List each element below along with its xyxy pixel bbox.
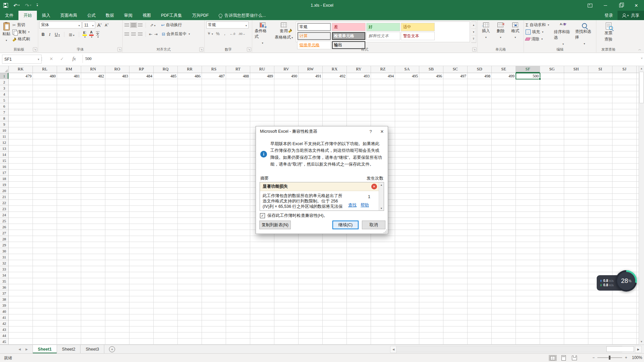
clear-button[interactable]: 清除: [525, 36, 552, 43]
cell-RU1[interactable]: 489: [250, 73, 274, 79]
row-header-15[interactable]: 15: [0, 158, 8, 164]
sign-in-button[interactable]: 登录: [600, 11, 618, 20]
autosum-button[interactable]: Σ自动求和: [525, 21, 552, 28]
decrease-indent-icon[interactable]: ⇤: [149, 32, 152, 37]
phonetic-button[interactable]: wén文: [96, 31, 100, 39]
ribbon-tab-7[interactable]: PDF工具集: [156, 11, 187, 20]
cancel-button[interactable]: 取消: [362, 221, 385, 229]
column-header-RT[interactable]: RT: [226, 66, 250, 73]
zoom-slider-thumb[interactable]: [609, 356, 610, 360]
horizontal-scroll-thumb[interactable]: [606, 346, 634, 352]
row-header-8[interactable]: 8: [0, 115, 8, 121]
cell-SH1[interactable]: [564, 73, 588, 79]
cell-SC1[interactable]: 497: [443, 73, 468, 79]
row-header-42[interactable]: 42: [0, 320, 8, 326]
row-header-16[interactable]: 16: [0, 164, 8, 170]
paste-dropdown[interactable]: [6, 38, 7, 42]
cell-style-5[interactable]: 检查单元格: [332, 32, 366, 40]
ribbon-tab-3[interactable]: 公式: [82, 11, 101, 20]
paste-button[interactable]: 粘贴: [1, 21, 12, 43]
minimize-button[interactable]: [598, 0, 613, 11]
copy-to-new-sheet-button[interactable]: 复制到新表(N): [259, 221, 291, 229]
column-header-SI[interactable]: SI: [588, 66, 612, 73]
vertical-scroll-thumb[interactable]: [639, 72, 644, 103]
accounting-format-button[interactable]: ￥: [207, 31, 213, 37]
formula-input[interactable]: 500: [85, 55, 637, 63]
cell-style-7[interactable]: 警告文本: [401, 32, 435, 40]
sort-filter-dropdown[interactable]: [562, 41, 564, 46]
sort-filter-button[interactable]: A↓Z 排序和筛选: [552, 21, 574, 47]
cell-RW1[interactable]: 491: [299, 73, 323, 79]
row-header-26[interactable]: 26: [0, 224, 8, 230]
column-header-SE[interactable]: SE: [492, 66, 516, 73]
formula-enter-button[interactable]: ✓: [58, 55, 66, 63]
formula-cancel-button[interactable]: ✕: [47, 55, 56, 63]
underline-button[interactable]: U: [54, 32, 61, 37]
row-header-9[interactable]: 9: [0, 121, 8, 127]
name-box-resize-handle[interactable]: ⋮: [40, 55, 42, 63]
row-header-45[interactable]: 45: [0, 339, 8, 345]
sheet-tab-Sheet1[interactable]: Sheet1: [33, 345, 57, 353]
ribbon-tab-5[interactable]: 审阅: [119, 11, 138, 20]
row-header-41[interactable]: 41: [0, 314, 8, 320]
row-header-37[interactable]: 37: [0, 290, 8, 296]
zoom-slider[interactable]: [597, 357, 622, 358]
row-header-33[interactable]: 33: [0, 266, 8, 272]
cell-style-3[interactable]: 适中: [401, 23, 435, 31]
row-header-28[interactable]: 28: [0, 236, 8, 242]
column-header-RW[interactable]: RW: [299, 66, 323, 73]
cell-SE1[interactable]: 499: [492, 73, 516, 79]
selected-cell[interactable]: 500: [516, 73, 540, 79]
tell-me-box[interactable]: 告诉我您想要做什么...: [219, 11, 266, 20]
ribbon-display-options-button[interactable]: [582, 0, 598, 11]
comma-style-button[interactable]: ，: [223, 31, 227, 37]
hscroll-right-arrow[interactable]: ▶: [635, 346, 642, 353]
cell-RO1[interactable]: 483: [105, 73, 129, 79]
row-header-35[interactable]: 35: [0, 278, 8, 284]
copy-button[interactable]: 复制: [12, 28, 31, 36]
row-header-38[interactable]: 38: [0, 296, 8, 302]
normal-view-button[interactable]: [549, 355, 557, 361]
percent-style-button[interactable]: %: [216, 32, 220, 36]
row-header-5[interactable]: 5: [0, 97, 8, 103]
close-button[interactable]: ✕: [629, 0, 644, 11]
borders-button[interactable]: ⊞: [68, 32, 75, 37]
gallery-down-button[interactable]: ▼: [471, 29, 476, 36]
share-button[interactable]: + 共享: [618, 11, 644, 20]
cell-RZ1[interactable]: 494: [371, 73, 395, 79]
number-format-combo[interactable]: 常规: [206, 21, 249, 28]
zoom-out-button[interactable]: −: [592, 355, 595, 360]
row-header-27[interactable]: 27: [0, 230, 8, 236]
cell-RN1[interactable]: 482: [81, 73, 105, 79]
row-header-40[interactable]: 40: [0, 308, 8, 314]
column-header-RQ[interactable]: RQ: [154, 66, 178, 73]
fill-color-button[interactable]: ◧: [83, 31, 87, 39]
column-header-RP[interactable]: RP: [129, 66, 154, 73]
row-header-10[interactable]: 10: [0, 127, 8, 133]
sheet-tab-Sheet2[interactable]: Sheet2: [57, 345, 81, 353]
row-header-39[interactable]: 39: [0, 302, 8, 308]
select-all-corner[interactable]: [0, 66, 9, 73]
row-header-18[interactable]: 18: [0, 176, 8, 182]
row-header-44[interactable]: 44: [0, 333, 8, 339]
ribbon-tab-0[interactable]: 开始: [18, 11, 37, 20]
column-header-RM[interactable]: RM: [57, 66, 81, 73]
row-header-36[interactable]: 36: [0, 284, 8, 290]
column-header-RK[interactable]: RK: [9, 66, 33, 73]
find-select-button[interactable]: 查找和选择: [574, 21, 595, 47]
restore-button[interactable]: [613, 0, 629, 11]
align-top-icon[interactable]: [124, 23, 129, 27]
tab-file[interactable]: 文件: [0, 11, 18, 20]
column-header-SC[interactable]: SC: [443, 66, 468, 73]
ribbon-tab-8[interactable]: 万兴PDF: [187, 11, 214, 20]
cell-RV1[interactable]: 490: [274, 73, 299, 79]
ribbon-tab-2[interactable]: 页面布局: [55, 11, 82, 20]
row-header-1[interactable]: 1: [0, 73, 8, 79]
align-middle-icon[interactable]: [131, 23, 136, 27]
row-header-2[interactable]: 2: [0, 79, 8, 85]
hscroll-left-arrow[interactable]: ◀: [390, 346, 397, 353]
add-sheet-button[interactable]: +: [109, 346, 115, 352]
row-header-29[interactable]: 29: [0, 242, 8, 248]
alignment-dialog-launcher[interactable]: [199, 47, 204, 52]
column-header-SG[interactable]: SG: [540, 66, 564, 73]
